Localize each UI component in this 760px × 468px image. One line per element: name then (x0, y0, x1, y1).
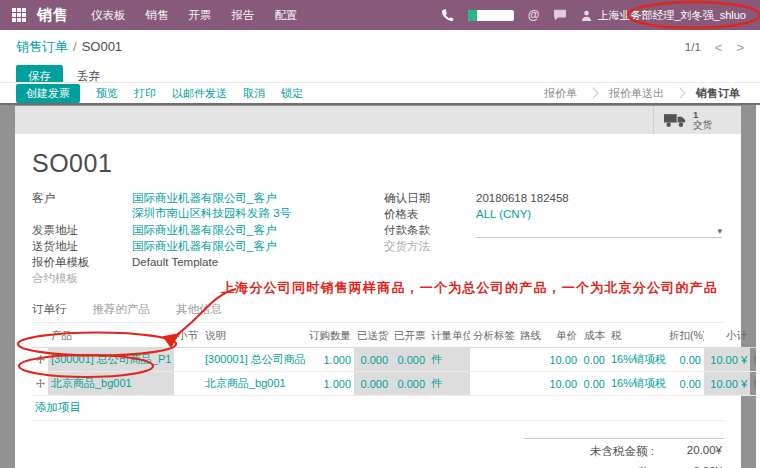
delivery-address-link[interactable]: 国际商业机器有限公司_客户 (132, 239, 276, 254)
messages-icon[interactable] (553, 9, 567, 21)
pager-prev-icon[interactable]: < (715, 40, 723, 55)
activities-icon[interactable]: @ (528, 8, 540, 22)
menu-invoicing[interactable]: 开票 (189, 8, 212, 23)
col-invoiced: 已开票 (391, 324, 428, 348)
invoice-address-label: 发票地址 (32, 223, 132, 238)
invoiced-cell: 0.000 (391, 348, 428, 372)
col-discount: 折扣(%) (666, 324, 704, 348)
notebook-tabs: 订单行 推荐的产品 其他信息 (32, 302, 724, 323)
send-by-email-button[interactable]: 以邮件发送 (172, 86, 227, 101)
menu-reporting[interactable]: 报告 (232, 8, 255, 23)
uom-cell[interactable]: 件 (428, 372, 470, 396)
planner-progress-bar[interactable] (468, 10, 514, 21)
discount-cell[interactable]: 0.00 (666, 348, 704, 372)
col-routes: 路线 (517, 324, 544, 348)
customer-label: 客户 (32, 191, 132, 221)
description-cell[interactable]: [300001] 总公司商品_P1 (202, 348, 306, 372)
table-header-row: 产品 小节 说明 订购数量 已送货 已开票 计量单位 分析标签 路线 单价 成本… (32, 324, 760, 348)
invoice-address-link[interactable]: 国际商业机器有限公司_客户 (132, 223, 276, 238)
unit-price-cell[interactable]: 10.00 (544, 348, 580, 372)
drag-handle-icon[interactable] (32, 372, 48, 396)
delivery-smart-button[interactable]: 1 交货 (653, 106, 741, 134)
customer-address[interactable]: 深圳市南山区科技园科发路 3号 (132, 207, 291, 219)
create-invoice-button[interactable]: 创建发票 (16, 84, 80, 103)
systray: @ 上海业务部经理_刘冬强_shluo (441, 8, 750, 23)
status-quotation[interactable]: 报价单 (532, 86, 589, 101)
col-delivered: 已送货 (354, 324, 391, 348)
uom-cell[interactable]: 件 (428, 348, 470, 372)
breadcrumb-separator: / (73, 39, 77, 54)
product-cell[interactable]: [300001] 总公司商品_P1 (48, 348, 174, 372)
routes-cell[interactable] (517, 348, 544, 372)
col-ordered-qty: 订购数量 (306, 324, 354, 348)
cost-cell[interactable]: 0.00 (580, 348, 608, 372)
untaxed-amount-label: 未含税金额 : (590, 444, 654, 459)
apps-grid-icon[interactable] (12, 8, 27, 23)
breadcrumb-sale-orders[interactable]: 销售订单 (16, 39, 68, 54)
delivery-label: 交货 (693, 120, 712, 130)
drag-handle-icon[interactable] (32, 348, 48, 372)
delivered-cell: 0.000 (354, 372, 391, 396)
col-subtotal: 小计 (704, 324, 750, 348)
description-cell[interactable]: 北京商品_bg001 (202, 372, 306, 396)
col-section: 小节 (174, 324, 202, 348)
tab-other-info[interactable]: 其他信息 (176, 302, 222, 317)
cancel-button[interactable]: 取消 (243, 86, 265, 101)
action-bar: 创建发票 预览 打印 以邮件发送 取消 锁定 报价单 报价单送出 销售订单 (0, 82, 760, 103)
pricelist-label: 价格表 (384, 207, 476, 222)
form-view-area: 1 交货 SO001 客户 国际商业机器有限公司_客户 深圳市南山区科技园科发路… (0, 103, 760, 468)
preview-button[interactable]: 预览 (96, 86, 118, 101)
truck-icon (664, 113, 686, 128)
pager-next-icon[interactable]: > (736, 40, 744, 55)
totals-block: 未含税金额 : 20.00¥ 税 : 3.20¥ 总计 : 23.20¥ (524, 438, 724, 468)
col-cost: 成本 (580, 324, 608, 348)
menu-configuration[interactable]: 配置 (275, 8, 298, 23)
tax-cell[interactable]: 16%销项税 (608, 348, 666, 372)
tab-order-lines[interactable]: 订单行 (32, 302, 67, 317)
menu-sales[interactable]: 销售 (146, 8, 169, 23)
user-icon (581, 10, 592, 21)
scrollbar[interactable] (756, 105, 760, 468)
qty-cell[interactable]: 1.000 (306, 372, 354, 396)
app-name[interactable]: 销售 (37, 6, 69, 25)
user-name: 上海业务部经理_刘冬强_shluo (597, 8, 746, 23)
section-cell[interactable] (174, 372, 202, 396)
discount-cell[interactable]: 0.00 (666, 372, 704, 396)
unit-price-cell[interactable]: 10.00 (544, 372, 580, 396)
product-cell[interactable]: 北京商品_bg001 (48, 372, 174, 396)
tab-suggested-products[interactable]: 推荐的产品 (93, 302, 151, 317)
col-product: 产品 (48, 324, 174, 348)
routes-cell[interactable] (517, 372, 544, 396)
quotation-template-value[interactable]: Default Template (132, 255, 218, 270)
top-navbar: 销售 仪表板 销售 开票 报告 配置 @ 上海业务部经理_刘冬强_shluo (0, 0, 760, 30)
invoiced-cell: 0.000 (391, 372, 428, 396)
analytic-tags-cell[interactable] (470, 372, 517, 396)
status-sales-order[interactable]: 销售订单 (684, 86, 752, 101)
print-button[interactable]: 打印 (134, 86, 156, 101)
phone-icon[interactable] (441, 9, 454, 22)
tax-cell[interactable]: 16%销项税 (608, 372, 666, 396)
quotation-template-label: 报价单模板 (32, 255, 132, 270)
qty-cell[interactable]: 1.000 (306, 348, 354, 372)
page: 销售 仪表板 销售 开票 报告 配置 @ 上海业务部经理_刘冬强_shluo (0, 0, 760, 468)
lock-button[interactable]: 锁定 (281, 86, 303, 101)
chevron-down-icon: ▾ (717, 225, 722, 237)
cost-cell[interactable]: 0.00 (580, 372, 608, 396)
sheet: 1 交货 SO001 客户 国际商业机器有限公司_客户 深圳市南山区科技园科发路… (15, 106, 741, 468)
col-taxes: 税 (608, 324, 666, 348)
statusbar: 报价单 报价单送出 销售订单 (532, 83, 752, 103)
untaxed-amount-value: 20.00¥ (668, 444, 722, 459)
app-menu: 仪表板 销售 开票 报告 配置 (91, 8, 298, 23)
order-title: SO001 (32, 149, 724, 178)
status-quotation-sent[interactable]: 报价单送出 (597, 86, 676, 101)
menu-dashboard[interactable]: 仪表板 (91, 8, 126, 23)
payment-terms-input[interactable]: ▾ (476, 223, 722, 238)
section-cell[interactable] (174, 348, 202, 372)
button-box: 1 交货 (15, 106, 741, 134)
customer-link[interactable]: 国际商业机器有限公司_客户 (132, 192, 276, 204)
pager: 1/1 < > (685, 40, 744, 55)
user-menu[interactable]: 上海业务部经理_刘冬强_shluo (581, 8, 750, 23)
analytic-tags-cell[interactable] (470, 348, 517, 372)
pricelist-link[interactable]: ALL (CNY) (476, 207, 531, 222)
add-an-item-link[interactable]: 添加项目 (32, 396, 724, 421)
